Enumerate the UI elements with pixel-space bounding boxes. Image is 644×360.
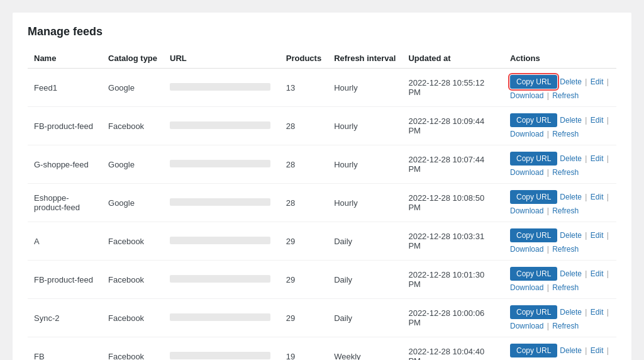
cell-refresh-interval: Hourly <box>328 145 402 184</box>
cell-actions: Copy URLDelete | Edit |Download | Refres… <box>504 222 616 261</box>
cell-catalog-type: Google <box>102 145 164 184</box>
url-placeholder <box>170 121 270 129</box>
delete-link[interactable]: Delete <box>560 346 582 355</box>
edit-link[interactable]: Edit <box>591 116 604 125</box>
action-links-inline: Delete | Edit | <box>560 269 610 278</box>
col-header-url: URL <box>164 48 280 69</box>
table-row: G-shoppe-feedGoogle28Hourly2022-12-28 10… <box>28 145 616 184</box>
download-link[interactable]: Download <box>510 206 543 215</box>
download-link[interactable]: Download <box>510 168 543 177</box>
cell-actions: Copy URLDelete | Edit |Download | Refres… <box>504 145 616 184</box>
cell-name: FB <box>28 337 102 361</box>
edit-link[interactable]: Edit <box>591 308 604 317</box>
action-links-second-line: Download | Refresh <box>510 245 610 254</box>
cell-catalog-type: Google <box>102 184 164 222</box>
url-placeholder <box>170 83 270 91</box>
delete-link[interactable]: Delete <box>560 269 582 278</box>
separator: | <box>583 77 589 86</box>
separator: | <box>605 116 609 125</box>
delete-link[interactable]: Delete <box>560 193 582 201</box>
col-header-refresh: Refresh interval <box>328 48 402 69</box>
action-links-inline: Delete | Edit | <box>560 193 610 201</box>
download-link[interactable]: Download <box>510 130 543 138</box>
action-links-inline: Delete | Edit | <box>560 116 610 125</box>
cell-catalog-type: Facebook <box>102 337 164 361</box>
table-row: FB-product-feedFacebook28Hourly2022-12-2… <box>28 107 616 145</box>
action-links-second-line: Download | Refresh <box>510 283 610 292</box>
copy-url-button[interactable]: Copy URL <box>510 305 557 319</box>
refresh-link[interactable]: Refresh <box>552 168 579 177</box>
copy-url-button[interactable]: Copy URL <box>510 228 557 242</box>
refresh-link[interactable]: Refresh <box>552 322 579 330</box>
action-links-inline: Delete | Edit | <box>560 154 610 163</box>
table-header-row: Name Catalog type URL Products Refresh i… <box>28 48 616 69</box>
edit-link[interactable]: Edit <box>591 231 604 240</box>
copy-url-button[interactable]: Copy URL <box>510 152 557 166</box>
table-row: Feed1Google13Hourly2022-12-28 10:55:12 P… <box>28 69 616 107</box>
url-placeholder <box>170 160 270 167</box>
cell-products: 28 <box>280 184 328 222</box>
separator: | <box>545 322 551 330</box>
cell-url <box>164 107 280 145</box>
cell-refresh-interval: Daily <box>328 222 402 261</box>
refresh-link[interactable]: Refresh <box>552 283 579 292</box>
cell-actions: Copy URLDelete | Edit |Download | Refres… <box>504 299 616 337</box>
refresh-link[interactable]: Refresh <box>552 91 579 100</box>
delete-link[interactable]: Delete <box>560 154 582 163</box>
copy-url-button[interactable]: Copy URL <box>510 267 557 281</box>
copy-url-button[interactable]: Copy URL <box>510 344 557 357</box>
url-placeholder <box>170 198 270 206</box>
cell-updated-at: 2022-12-28 10:08:50 PM <box>402 184 504 222</box>
delete-link[interactable]: Delete <box>560 77 582 86</box>
cell-url <box>164 145 280 184</box>
copy-url-button[interactable]: Copy URL <box>510 75 557 89</box>
cell-updated-at: 2022-12-28 10:00:06 PM <box>402 299 504 337</box>
col-header-actions: Actions <box>504 48 616 69</box>
table-row: FB-product-feedFacebook29Daily2022-12-28… <box>28 261 616 299</box>
url-placeholder <box>170 237 270 244</box>
edit-link[interactable]: Edit <box>591 193 604 201</box>
col-header-products: Products <box>280 48 328 69</box>
download-link[interactable]: Download <box>510 245 543 254</box>
action-links-second-line: Download | Refresh <box>510 91 610 100</box>
separator: | <box>583 116 589 125</box>
table-row: Sync-2Facebook29Daily2022-12-28 10:00:06… <box>28 299 616 337</box>
delete-link[interactable]: Delete <box>560 231 582 240</box>
action-links-second-line: Download | Refresh <box>510 206 610 215</box>
cell-products: 13 <box>280 69 328 107</box>
refresh-link[interactable]: Refresh <box>552 206 579 215</box>
delete-link[interactable]: Delete <box>560 116 582 125</box>
cell-url <box>164 337 280 361</box>
separator: | <box>605 346 609 355</box>
cell-products: 29 <box>280 222 328 261</box>
copy-url-button[interactable]: Copy URL <box>510 113 557 127</box>
cell-name: A <box>28 222 102 261</box>
download-link[interactable]: Download <box>510 283 543 292</box>
cell-updated-at: 2022-12-28 10:55:12 PM <box>402 69 504 107</box>
cell-catalog-type: Google <box>102 69 164 107</box>
edit-link[interactable]: Edit <box>591 269 604 278</box>
cell-refresh-interval: Hourly <box>328 107 402 145</box>
cell-name: FB-product-feed <box>28 107 102 145</box>
copy-url-button[interactable]: Copy URL <box>510 190 557 204</box>
separator: | <box>545 130 551 138</box>
cell-name: FB-product-feed <box>28 261 102 299</box>
table-row: Eshoppe-product-feedGoogle28Hourly2022-1… <box>28 184 616 222</box>
edit-link[interactable]: Edit <box>591 154 604 163</box>
cell-refresh-interval: Daily <box>328 299 402 337</box>
refresh-link[interactable]: Refresh <box>552 130 579 138</box>
cell-refresh-interval: Daily <box>328 261 402 299</box>
separator: | <box>605 193 609 201</box>
separator: | <box>545 168 551 177</box>
edit-link[interactable]: Edit <box>591 346 604 355</box>
download-link[interactable]: Download <box>510 322 543 330</box>
download-link[interactable]: Download <box>510 91 543 100</box>
url-placeholder <box>170 352 270 359</box>
cell-name: Feed1 <box>28 69 102 107</box>
edit-link[interactable]: Edit <box>591 77 604 86</box>
separator: | <box>605 77 609 86</box>
delete-link[interactable]: Delete <box>560 308 582 317</box>
separator: | <box>583 346 589 355</box>
action-links-second-line: Download | Refresh <box>510 322 610 330</box>
refresh-link[interactable]: Refresh <box>552 245 579 254</box>
